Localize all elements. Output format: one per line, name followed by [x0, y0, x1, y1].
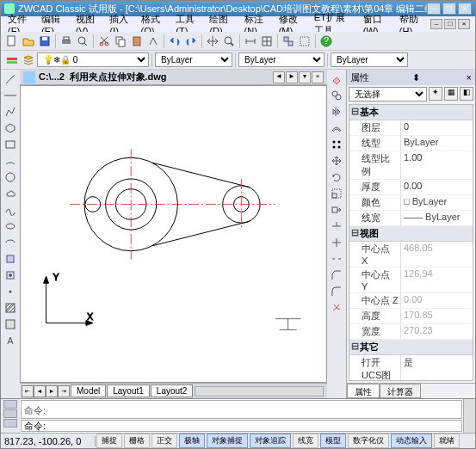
- doc-nav-right[interactable]: ►: [286, 71, 298, 83]
- status-toggle[interactable]: 捕捉: [96, 434, 122, 448]
- open-icon[interactable]: [21, 34, 36, 49]
- array-icon[interactable]: [329, 137, 344, 152]
- mdi-max[interactable]: □: [444, 19, 456, 29]
- minimize-button[interactable]: –: [427, 3, 441, 15]
- layer-state-icon[interactable]: [4, 52, 20, 68]
- tab-calc[interactable]: 计算器: [380, 384, 421, 398]
- table-icon[interactable]: [259, 34, 275, 49]
- match-icon[interactable]: [145, 34, 161, 49]
- dim-icon[interactable]: [243, 34, 258, 49]
- layer-combo[interactable]: 💡❄🔒 0: [37, 52, 149, 67]
- zoom-icon[interactable]: [221, 34, 237, 49]
- xline-icon[interactable]: [3, 88, 18, 103]
- status-toggle[interactable]: 对象捕捉: [207, 434, 248, 448]
- print-icon[interactable]: [59, 34, 74, 49]
- tab-first[interactable]: ⇤: [22, 385, 34, 397]
- paste-icon[interactable]: [129, 34, 145, 49]
- tab-model[interactable]: Model: [71, 384, 106, 397]
- cut-icon[interactable]: [96, 34, 112, 49]
- new-icon[interactable]: [4, 34, 20, 49]
- select-objects-icon[interactable]: ◧: [460, 87, 473, 101]
- rect-icon[interactable]: [3, 137, 18, 152]
- status-toggle[interactable]: 栅格: [124, 434, 150, 448]
- revcloud-icon[interactable]: [3, 186, 18, 201]
- tab-layout1[interactable]: Layout1: [107, 384, 150, 397]
- erase-icon[interactable]: [329, 71, 344, 87]
- stretch-icon[interactable]: [329, 202, 344, 218]
- tab-next[interactable]: ►: [46, 385, 58, 397]
- status-toggle[interactable]: 就绪: [434, 434, 460, 448]
- copy2-icon[interactable]: [329, 88, 344, 103]
- status-toggle[interactable]: 对象追踪: [250, 434, 291, 448]
- spline-icon[interactable]: [3, 202, 18, 218]
- prop-pin-icon[interactable]: ⬍: [412, 72, 420, 83]
- close-button[interactable]: ×: [458, 3, 472, 15]
- mdi-min[interactable]: –: [430, 19, 442, 29]
- circle-icon[interactable]: [3, 169, 18, 185]
- pick-add-icon[interactable]: ▦: [444, 87, 458, 101]
- command-input[interactable]: 命令:: [21, 420, 462, 432]
- layer-props-icon[interactable]: [21, 52, 36, 68]
- hscroll[interactable]: [195, 386, 324, 397]
- preview-icon[interactable]: [75, 34, 90, 49]
- line-icon[interactable]: [3, 71, 18, 87]
- block-icon[interactable]: [3, 268, 18, 283]
- pline-icon[interactable]: [3, 104, 18, 120]
- insert-icon[interactable]: [3, 251, 18, 267]
- chamfer-icon[interactable]: [329, 268, 344, 283]
- linetype-combo[interactable]: ByLayer: [238, 52, 325, 67]
- status-toggle[interactable]: 线宽: [293, 434, 318, 448]
- help-icon[interactable]: ?: [318, 34, 334, 49]
- selection-combo[interactable]: 无选择: [349, 87, 427, 101]
- doc-close[interactable]: ×: [312, 71, 324, 83]
- cmd-vscroll[interactable]: [463, 399, 475, 433]
- color-combo[interactable]: ByLayer: [155, 52, 232, 67]
- polygon-icon[interactable]: [3, 120, 18, 136]
- group-icon[interactable]: [281, 34, 296, 49]
- status-toggle[interactable]: 模型: [320, 434, 346, 448]
- fillet-icon[interactable]: [329, 284, 344, 299]
- prop-close-icon[interactable]: ×: [464, 72, 472, 83]
- tab-properties[interactable]: 属性: [347, 384, 380, 398]
- rotate-icon[interactable]: [329, 169, 344, 185]
- copy-icon[interactable]: [113, 34, 128, 49]
- quick-select-icon[interactable]: ✦: [429, 87, 442, 101]
- lineweight-combo[interactable]: ByLayer: [331, 52, 408, 67]
- cmd-sidebtn-3[interactable]: [3, 419, 17, 427]
- doc-dropdown[interactable]: ▾: [299, 71, 311, 83]
- offset-icon[interactable]: [329, 120, 344, 136]
- explode-icon[interactable]: [329, 300, 344, 316]
- scale-icon[interactable]: [329, 186, 344, 201]
- extend-icon[interactable]: [329, 235, 344, 250]
- status-toggle[interactable]: 正交: [151, 434, 177, 448]
- status-toggle[interactable]: 数字化仪: [348, 434, 389, 448]
- prop-grid[interactable]: ⊟基本 图层0 线型ByLayer 线型比例1.00 厚度0.00 颜色□ By…: [349, 104, 473, 381]
- command-history[interactable]: 命令:: [21, 400, 462, 419]
- mdi-close[interactable]: ×: [458, 19, 470, 29]
- point-icon[interactable]: [3, 284, 18, 299]
- break-icon[interactable]: [329, 251, 344, 267]
- drawing-canvas[interactable]: Y X: [20, 85, 327, 383]
- redo-icon[interactable]: [183, 34, 199, 49]
- tab-layout2[interactable]: Layout2: [151, 384, 194, 397]
- cmd-sidebtn-2[interactable]: [3, 409, 17, 418]
- undo-icon[interactable]: [167, 34, 182, 49]
- save-icon[interactable]: [37, 34, 53, 49]
- cmd-sidebtn-1[interactable]: [3, 400, 17, 409]
- tab-last[interactable]: ⇥: [58, 385, 70, 397]
- doc-nav-left[interactable]: ◄: [273, 71, 285, 83]
- ungroup-icon[interactable]: [297, 34, 312, 49]
- text-icon[interactable]: A: [3, 333, 18, 348]
- region-icon[interactable]: [3, 317, 18, 332]
- maximize-button[interactable]: □: [442, 3, 456, 15]
- tab-prev[interactable]: ◄: [34, 385, 46, 397]
- status-toggle[interactable]: 极轴: [179, 434, 205, 448]
- trim-icon[interactable]: [329, 218, 344, 234]
- status-toggle[interactable]: 动态输入: [391, 434, 432, 448]
- mirror-icon[interactable]: [329, 104, 344, 120]
- move-icon[interactable]: [329, 153, 344, 169]
- ellipse-arc-icon[interactable]: [3, 235, 18, 250]
- hatch-icon[interactable]: [3, 300, 18, 316]
- pan-icon[interactable]: [205, 34, 220, 49]
- arc-icon[interactable]: [3, 153, 18, 169]
